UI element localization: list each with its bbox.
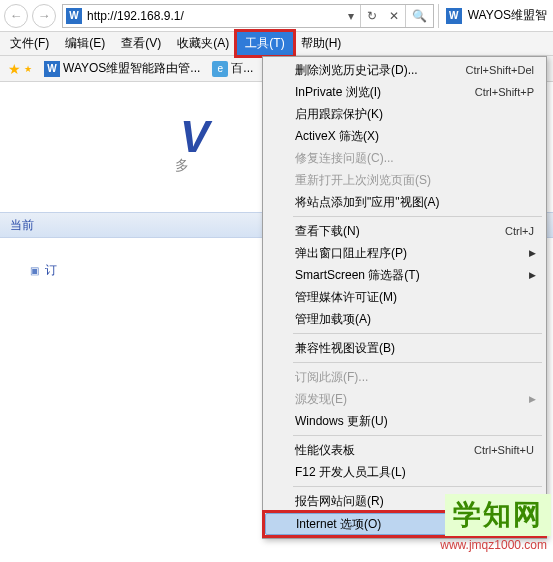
favorite-item-baidu[interactable]: e 百... xyxy=(208,58,257,79)
star-small-icon: ★ xyxy=(24,64,32,74)
page-side-panel: ▣ 订 xyxy=(30,257,230,283)
favorite-item-wayos[interactable]: W WAYOS维盟智能路由管... xyxy=(40,58,204,79)
menu-bar: 文件(F) 编辑(E) 查看(V) 收藏夹(A) 工具(T) 帮助(H) xyxy=(0,32,553,56)
brand-tagline: 多 xyxy=(175,157,189,175)
menu-activex-filter[interactable]: ActiveX 筛选(X) xyxy=(265,125,544,147)
url-dropdown-icon[interactable]: ▾ xyxy=(342,9,360,23)
submenu-arrow-icon: ▶ xyxy=(529,394,544,404)
panel-item-label: 订 xyxy=(45,262,57,279)
submenu-arrow-icon: ▶ xyxy=(529,270,544,280)
refresh-icon[interactable]: ↻ xyxy=(361,9,383,23)
menu-view-downloads[interactable]: 查看下载(N) Ctrl+J xyxy=(265,220,544,242)
square-bullet-icon: ▣ xyxy=(30,265,39,276)
menu-favorites[interactable]: 收藏夹(A) xyxy=(169,32,237,55)
search-icon[interactable]: 🔍 xyxy=(406,9,433,23)
menu-tools[interactable]: 工具(T) xyxy=(237,32,292,55)
menu-popup-blocker[interactable]: 弹出窗口阻止程序(P) ▶ xyxy=(265,242,544,264)
menu-windows-update[interactable]: Windows 更新(U) xyxy=(265,410,544,432)
menu-fix-connection: 修复连接问题(C)... xyxy=(265,147,544,169)
add-favorite-button[interactable]: ★ ★ xyxy=(4,59,36,79)
menu-separator xyxy=(293,435,542,436)
menu-separator xyxy=(293,333,542,334)
menu-file[interactable]: 文件(F) xyxy=(2,32,57,55)
menu-feed-discovery: 源发现(E) ▶ xyxy=(265,388,544,410)
site-icon: W xyxy=(66,8,82,24)
menu-subscribe-feed: 订阅此源(F)... xyxy=(265,366,544,388)
tab-title-text: WAYOS维盟智 xyxy=(468,7,547,24)
navigation-bar: ← → W http://192.168.9.1/ ▾ ↻ ✕ 🔍 W WAYO… xyxy=(0,0,553,32)
favorite-icon: W xyxy=(44,61,60,77)
star-icon: ★ xyxy=(8,61,21,77)
menu-manage-addons[interactable]: 管理加载项(A) xyxy=(265,308,544,330)
panel-item[interactable]: ▣ 订 xyxy=(30,257,230,283)
menu-reopen-last: 重新打开上次浏览页面(S) xyxy=(265,169,544,191)
menu-separator xyxy=(293,486,542,487)
menu-performance-dashboard[interactable]: 性能仪表板 Ctrl+Shift+U xyxy=(265,439,544,461)
forward-button[interactable]: → xyxy=(32,4,56,28)
menu-help[interactable]: 帮助(H) xyxy=(293,32,350,55)
watermark-url: www.jmqz1000.com xyxy=(440,538,551,552)
tab-site-icon: W xyxy=(446,8,462,24)
favorite-icon: e xyxy=(212,61,228,77)
menu-edit[interactable]: 编辑(E) xyxy=(57,32,113,55)
submenu-arrow-icon: ▶ xyxy=(529,248,544,258)
menu-f12-devtools[interactable]: F12 开发人员工具(L) xyxy=(265,461,544,483)
menu-tracking-protection[interactable]: 启用跟踪保护(K) xyxy=(265,103,544,125)
stop-icon[interactable]: ✕ xyxy=(383,9,405,23)
menu-media-license[interactable]: 管理媒体许可证(M) xyxy=(265,286,544,308)
watermark: 学知网 www.jmqz1000.com xyxy=(440,494,551,552)
window-tab[interactable]: W WAYOS维盟智 xyxy=(438,4,551,28)
back-button[interactable]: ← xyxy=(4,4,28,28)
tools-dropdown-menu: 删除浏览历史记录(D)... Ctrl+Shift+Del InPrivate … xyxy=(262,56,547,539)
menu-separator xyxy=(293,362,542,363)
menu-compatibility-view[interactable]: 兼容性视图设置(B) xyxy=(265,337,544,359)
url-text[interactable]: http://192.168.9.1/ xyxy=(85,9,342,23)
brand-logo: V xyxy=(180,112,209,162)
menu-separator xyxy=(293,216,542,217)
menu-view[interactable]: 查看(V) xyxy=(113,32,169,55)
favorite-label: 百... xyxy=(231,60,253,77)
watermark-text: 学知网 xyxy=(445,494,551,536)
page-tab-label: 当前 xyxy=(10,217,34,234)
tools-highlight-box: 工具(T) xyxy=(237,32,292,55)
menu-inprivate[interactable]: InPrivate 浏览(I) Ctrl+Shift+P xyxy=(265,81,544,103)
favorite-label: WAYOS维盟智能路由管... xyxy=(63,60,200,77)
menu-add-to-apps[interactable]: 将站点添加到"应用"视图(A) xyxy=(265,191,544,213)
address-bar[interactable]: W http://192.168.9.1/ ▾ ↻ ✕ 🔍 xyxy=(62,4,434,28)
menu-smartscreen[interactable]: SmartScreen 筛选器(T) ▶ xyxy=(265,264,544,286)
menu-delete-history[interactable]: 删除浏览历史记录(D)... Ctrl+Shift+Del xyxy=(265,59,544,81)
